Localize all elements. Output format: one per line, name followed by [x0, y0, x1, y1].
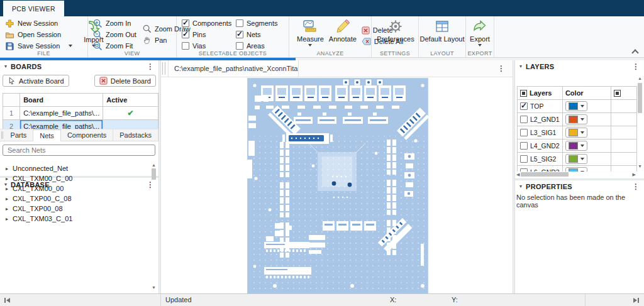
scrollbar-thumb[interactable] — [638, 83, 642, 113]
checkbox-components[interactable]: Components — [182, 18, 236, 28]
scroll-down-icon[interactable]: ▼ — [638, 163, 642, 170]
export-dropdown-caret[interactable] — [478, 44, 482, 46]
layer-row-l4-gnd2[interactable]: L4_GND2 — [518, 139, 637, 153]
scroll-up-icon[interactable]: ▲ — [152, 162, 156, 168]
net-name: Unconnected_Net — [13, 165, 68, 172]
select-all-layers-checkbox[interactable] — [520, 90, 527, 97]
checkbox-segments[interactable]: Segments — [236, 18, 278, 28]
pcb-canvas[interactable] — [161, 77, 513, 293]
expand-icon[interactable]: ▸ — [6, 176, 8, 182]
section-view-label: VIEW — [88, 50, 176, 57]
layer-visibility-checkbox[interactable] — [520, 155, 528, 163]
layer-row-l3-sig1[interactable]: L3_SIG1 — [518, 126, 637, 139]
doc-tab-grip[interactable] — [162, 62, 165, 75]
zoom-fit-button[interactable]: Zoom Fit — [93, 41, 136, 51]
vias-checkbox[interactable] — [182, 42, 189, 50]
areas-checkbox[interactable] — [236, 42, 243, 50]
measure-dropdown-caret[interactable] — [308, 44, 312, 46]
properties-collapse-icon[interactable]: ▾ — [519, 183, 522, 189]
default-layout-button[interactable]: Default Layout — [418, 18, 467, 43]
checkbox-pins[interactable]: Pins — [182, 30, 236, 40]
net-item[interactable]: ▸ CXL_TXM03_C_01 — [0, 214, 150, 224]
expand-icon[interactable]: ▸ — [6, 166, 8, 172]
pins-checkbox[interactable] — [182, 31, 189, 38]
search-nets-input[interactable] — [3, 145, 155, 156]
layer-color-dropdown[interactable] — [565, 141, 587, 151]
layer-color-dropdown[interactable] — [565, 101, 587, 111]
scroll-down-icon[interactable]: ▼ — [152, 285, 156, 291]
layers-horizontal-scrollbar[interactable]: ◀ ▶ — [516, 172, 636, 177]
tab-components[interactable]: Components — [61, 129, 113, 141]
tab-padstacks[interactable]: Padstacks — [113, 129, 158, 141]
layer-row-l5-sig2[interactable]: L5_SIG2 — [518, 153, 637, 166]
toolstrip-tab-pcb-viewer[interactable]: PCB VIEWER — [3, 1, 64, 16]
expand-icon[interactable]: ▸ — [6, 206, 8, 212]
layers-collapse-icon[interactable]: ▾ — [519, 63, 522, 69]
layers-panel-title: LAYERS — [526, 63, 554, 70]
new-session-button[interactable]: New Session — [5, 18, 72, 28]
checkbox-vias[interactable]: Vias — [182, 41, 236, 51]
net-item[interactable]: ▸ CXL_TXP00_C_08 — [0, 194, 150, 204]
segments-checkbox[interactable] — [236, 19, 243, 27]
expand-icon[interactable]: ▸ — [6, 196, 8, 202]
export-button[interactable]: Export — [467, 18, 492, 47]
activate-board-button[interactable]: Activate Board — [3, 75, 69, 87]
collapse-left-panel-icon[interactable] — [4, 298, 10, 303]
scrollbar-thumb[interactable] — [521, 172, 569, 177]
layers-vertical-scrollbar[interactable]: ▲ ▼ — [636, 75, 643, 170]
layer-color-dropdown[interactable] — [565, 128, 587, 138]
layer-visibility-checkbox[interactable] — [520, 102, 528, 110]
toolstrip-collapse-icon[interactable] — [633, 48, 638, 53]
checkbox-areas[interactable]: Areas — [236, 41, 278, 51]
annotate-button[interactable]: Annotate — [326, 18, 359, 43]
checkbox-nets[interactable]: Nets — [236, 30, 278, 40]
document-tab[interactable]: C:\example_file_paths\native_XconnTitan — [168, 60, 299, 77]
delete-board-button[interactable]: Delete Board — [94, 75, 156, 87]
boards-panel-menu-icon[interactable]: ⋮ — [147, 62, 154, 71]
layer-visibility-checkbox[interactable] — [520, 116, 528, 123]
active-column-header: Active — [103, 94, 158, 107]
net-item[interactable]: ▸ CXL_TXM00_C_00 — [0, 173, 150, 183]
board-row-1[interactable]: 1 C:\example_file_paths\... ✔ — [3, 107, 158, 120]
preferences-button[interactable]: Preferences — [374, 18, 416, 43]
layers-panel-menu-icon[interactable]: ⋮ — [632, 62, 640, 71]
expand-icon[interactable]: ▸ — [6, 186, 8, 192]
save-dropdown-caret[interactable] — [69, 45, 72, 47]
status-divider — [585, 294, 586, 306]
nets-checkbox[interactable] — [236, 31, 243, 38]
nets-scrollbar[interactable]: ▲ ▼ — [150, 162, 157, 291]
save-session-button[interactable]: Save Session — [5, 41, 72, 51]
collapse-right-panel-icon[interactable] — [633, 298, 639, 303]
layer-visibility-checkbox[interactable] — [520, 129, 528, 136]
scroll-right-icon[interactable]: ▶ — [633, 172, 636, 178]
zoom-in-button[interactable]: Zoom In — [93, 18, 136, 28]
active-check-icon: ✔ — [128, 109, 134, 117]
properties-panel-menu-icon[interactable]: ⋮ — [632, 182, 640, 191]
layer-color-dropdown[interactable] — [565, 114, 587, 124]
net-item[interactable]: ▸ CXL_TXM00_00 — [0, 183, 150, 194]
tab-bar-grip[interactable] — [1, 131, 3, 139]
net-item[interactable]: ▸ Unconnected_Net — [0, 163, 150, 173]
net-item[interactable]: ▸ CXL_TXP00_08 — [0, 204, 150, 214]
layer-color-dropdown[interactable] — [565, 167, 587, 172]
toolstrip-filler — [494, 16, 644, 57]
boards-collapse-icon[interactable]: ▾ — [4, 63, 7, 69]
measure-button[interactable]: Measure — [294, 18, 326, 47]
open-session-button[interactable]: Open Session — [5, 30, 72, 40]
zoom-out-button[interactable]: Zoom Out — [93, 30, 136, 40]
document-menu-icon[interactable]: ⋮ — [497, 64, 505, 73]
tab-nets[interactable]: Nets — [33, 129, 61, 141]
layer-row-l6-gnd3[interactable]: L6_GND3 — [518, 166, 637, 172]
expand-icon[interactable]: ▸ — [6, 216, 8, 222]
layer-visibility-checkbox[interactable] — [520, 142, 528, 150]
layer-row-l2-gnd1[interactable]: L2_GND1 — [518, 113, 637, 126]
select-all-extra-checkbox[interactable] — [614, 90, 621, 97]
layer-color-dropdown[interactable] — [565, 154, 587, 164]
board-path-cell[interactable]: C:\example_file_paths\... — [20, 107, 103, 120]
scroll-up-icon[interactable]: ▲ — [638, 75, 642, 82]
scroll-left-icon[interactable]: ◀ — [516, 172, 519, 178]
scrollbar-thumb[interactable] — [152, 168, 156, 180]
tab-parts[interactable]: Parts — [4, 129, 34, 141]
components-checkbox[interactable] — [182, 19, 189, 27]
layer-row-top[interactable]: TOP — [518, 100, 637, 113]
